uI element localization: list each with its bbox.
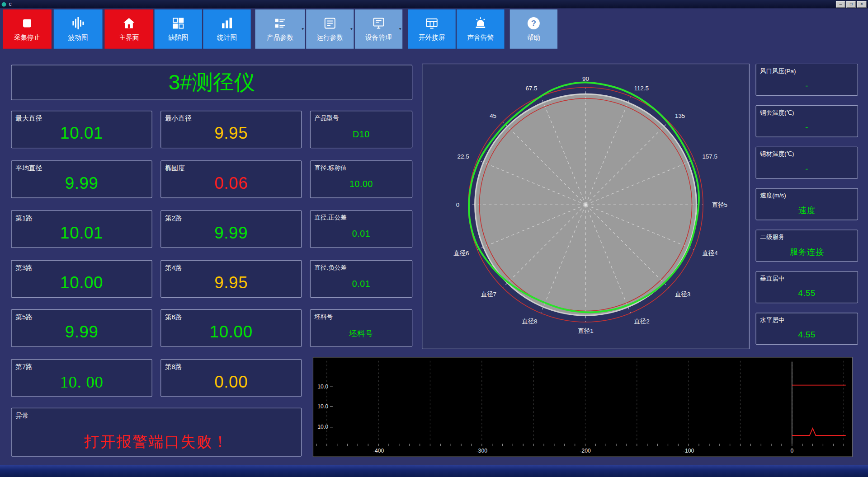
card-label: 直径.负公差: [315, 263, 347, 271]
card-label: 水平居中: [760, 316, 784, 324]
toolbar-button-device-mgmt[interactable]: 设备管理 ▾: [355, 9, 402, 49]
card-channel-8: 第8路 0.00: [160, 359, 302, 397]
svg-text:直径1: 直径1: [578, 327, 593, 334]
card-label: 钢材温度(℃): [760, 150, 794, 158]
card-value: 9.99: [161, 224, 301, 243]
card-plus-tolerance: 直径.正公差 0.01: [310, 210, 413, 248]
card-label: 第5路: [15, 313, 33, 322]
toolbar-button-help[interactable]: ? 帮助: [510, 9, 557, 49]
toolbar-button-product-params[interactable]: 产品参数 ▾: [255, 9, 305, 49]
toolbar-button-stop-collect[interactable]: 采集停止: [3, 9, 52, 49]
svg-text:?: ?: [531, 18, 536, 28]
card-label: 椭圆度: [165, 164, 185, 173]
card-value: 10.00: [12, 273, 152, 292]
card-value: 4.55: [756, 330, 858, 339]
svg-text:10.0: 10.0: [317, 403, 328, 410]
card-channel-6: 第6路 10.00: [160, 309, 302, 347]
card-label: 速度(m/s): [760, 192, 786, 200]
card-value: 10.01: [12, 224, 152, 243]
svg-text:67.5: 67.5: [525, 85, 537, 92]
external-screen-icon: [425, 16, 438, 30]
card-value: 10.00: [311, 179, 412, 189]
card-avg-diameter: 平均直径 9.99: [11, 160, 152, 198]
card-value: 坯料号: [311, 329, 412, 339]
svg-text:22.5: 22.5: [457, 153, 469, 160]
svg-text:直径7: 直径7: [481, 291, 496, 298]
card-value: 9.99: [12, 174, 152, 193]
card-channel-1: 第1路 10.01: [11, 210, 152, 248]
alarm-message: 打开报警端口失败！: [12, 432, 301, 452]
toolbar-button-label: 帮助: [527, 33, 540, 42]
window-title: c: [9, 0, 12, 8]
svg-text:0: 0: [790, 448, 793, 454]
svg-text:-300: -300: [476, 448, 488, 454]
svg-text:直径6: 直径6: [453, 250, 469, 257]
toolbar-button-label: 开外接屏: [419, 33, 445, 42]
svg-text:10.0: 10.0: [317, 383, 328, 390]
toolbar-button-label: 主界面: [119, 33, 139, 42]
main-toolbar: 采集停止 波动图 主界面 缺陷图 统计图: [0, 9, 868, 49]
device-title: 3#测径仪: [12, 65, 412, 100]
toolbar-button-external-screen[interactable]: 开外接屏: [408, 9, 455, 49]
trend-chart-panel: 10.010.010.0-400-300-200-1000: [313, 357, 853, 457]
svg-text:10.0: 10.0: [317, 424, 328, 430]
card-channel-7: 第7路 10. 00: [11, 359, 152, 397]
right-card-speed: 速度(m/s) 速度: [755, 188, 858, 220]
card-ovality: 椭圆度 0.06: [160, 160, 302, 198]
svg-text:直径3: 直径3: [675, 291, 690, 298]
device-manage-icon: [372, 16, 385, 30]
svg-text:-100: -100: [683, 448, 694, 454]
card-channel-4: 第4路 9.95: [160, 260, 302, 298]
card-label: 第1路: [15, 214, 33, 223]
card-min-diameter: 最小直径 9.95: [160, 111, 302, 148]
card-value: -: [756, 164, 858, 173]
right-card-steel-temp: 钢材温度(℃) -: [755, 147, 858, 179]
card-value: 0.06: [161, 174, 301, 193]
toolbar-button-wave-chart[interactable]: 波动图: [54, 9, 103, 49]
app-icon: [2, 2, 6, 6]
card-max-diameter: 最大直径 10.01: [11, 111, 152, 148]
card-value: -: [756, 81, 858, 90]
card-value: 0.01: [311, 279, 412, 289]
svg-text:直径5: 直径5: [712, 201, 727, 208]
card-value: 10.00: [161, 323, 301, 341]
help-icon: ?: [526, 16, 541, 30]
run-params-icon: [323, 16, 336, 30]
waveform-icon: [71, 16, 85, 30]
chevron-down-icon: ▾: [350, 27, 353, 32]
card-channel-3: 第3路 10.00: [11, 260, 152, 298]
card-label: 第6路: [165, 313, 182, 322]
close-button[interactable]: ×: [857, 1, 867, 8]
svg-text:-200: -200: [580, 448, 591, 454]
svg-text:90: 90: [582, 75, 589, 82]
card-nominal-diameter: 直径.标称值 10.00: [310, 160, 413, 198]
toolbar-button-run-params[interactable]: 运行参数 ▾: [306, 9, 354, 49]
toolbar-button-main-screen[interactable]: 主界面: [104, 9, 153, 49]
card-value: 0.00: [161, 372, 301, 391]
right-card-sleeve-temp: 铜套温度(℃) -: [755, 105, 858, 137]
window-titlebar: c – ❐ ×: [0, 0, 868, 8]
toolbar-button-defect-chart[interactable]: 缺陷图: [155, 9, 202, 49]
toolbar-button-stats-chart[interactable]: 统计图: [203, 9, 250, 49]
card-value: 9.95: [161, 273, 301, 292]
maximize-button[interactable]: ❐: [846, 1, 856, 8]
svg-text:直径4: 直径4: [702, 250, 718, 257]
toolbar-button-label: 设备管理: [365, 33, 392, 42]
toolbar-button-label: 缺陷图: [168, 33, 188, 42]
svg-text:直径2: 直径2: [634, 318, 649, 325]
card-label: 产品型号: [315, 114, 339, 122]
card-label: 第4路: [165, 263, 182, 273]
toolbar-button-sound-alarm[interactable]: 声音告警: [457, 9, 504, 49]
card-alarm: 异常 打开报警端口失败！: [11, 408, 302, 457]
card-value: 9.99: [12, 323, 152, 341]
toolbar-button-label: 运行参数: [316, 33, 343, 42]
card-label: 铜套温度(℃): [760, 108, 794, 117]
right-card-wind-pressure: 风口风压(Pa) -: [755, 64, 858, 96]
siren-icon: [474, 16, 487, 30]
minimize-button[interactable]: –: [836, 1, 845, 8]
card-label: 最大直径: [15, 114, 42, 123]
card-value: 0.01: [311, 229, 412, 239]
stop-icon: [21, 16, 33, 30]
card-billet-number: 坯料号 坯料号: [310, 309, 413, 347]
card-label: 直径.正公差: [315, 214, 347, 222]
